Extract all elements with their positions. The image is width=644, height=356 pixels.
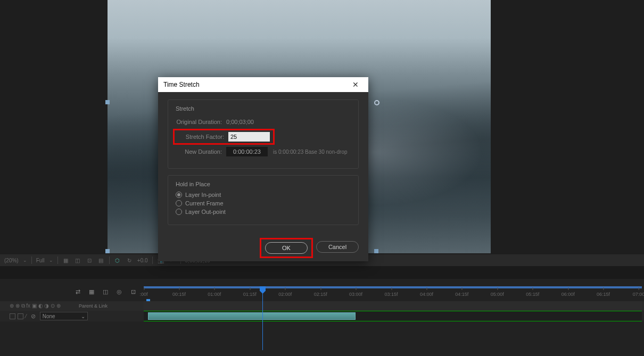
dialog-titlebar[interactable]: Time Stretch ✕	[158, 77, 368, 92]
ok-button[interactable]: OK	[265, 242, 308, 254]
channel-icon[interactable]: ▤	[97, 256, 105, 264]
stretch-group-label: Stretch	[176, 105, 351, 112]
time-ruler[interactable]: :00f00:15f01:00f01:15f02:00f02:15f03:00f…	[144, 286, 642, 301]
ruler-tick: 04:00f	[420, 292, 433, 297]
selection-handle[interactable]	[374, 249, 378, 253]
original-duration-value: 0;00;03;00	[226, 119, 254, 125]
ruler-tick: 00:15f	[172, 292, 186, 297]
layer-clip[interactable]	[148, 312, 356, 320]
playhead[interactable]	[262, 286, 263, 350]
radio-icon	[176, 209, 182, 215]
dialog-title-text: Time Stretch	[163, 81, 200, 88]
anchor-point-icon[interactable]	[374, 100, 379, 105]
stretch-group: Stretch Original Duration: 0;00;03;00 St…	[168, 100, 359, 169]
ruler-tick: 05:00f	[491, 292, 504, 297]
ruler-tick: 05:15f	[526, 292, 539, 297]
hold-in-place-group: Hold in Place Layer In-point Current Fra…	[168, 175, 359, 225]
zoom-dropdown[interactable]: (20%)	[4, 258, 19, 263]
ruler-tick: 01:00f	[208, 292, 221, 297]
ruler-tick: 03:00f	[349, 292, 362, 297]
grid-icon[interactable]: ▦	[62, 256, 70, 264]
timeline-panel: ⇄ ▦ ◫ ◎ ⊡ :00f00:15f01:00f01:15f02:00f02…	[0, 279, 644, 356]
parent-dropdown[interactable]: None	[40, 312, 88, 320]
new-duration-hint: is 0:00:00:23 Base 30 non-drop	[273, 149, 348, 155]
frame-blend-icon[interactable]: ▦	[87, 287, 96, 296]
exposure-value[interactable]: +0.0	[137, 258, 148, 263]
layer-row[interactable]: ∕ ⊘ None	[0, 311, 644, 321]
close-icon[interactable]: ✕	[348, 77, 363, 92]
timeline-header-row: ⊕ ⊗ ⧉ fx ▣ ◐ ◑ ⊙ ⊕ Parent & Link	[0, 301, 644, 311]
layer-switch[interactable]	[18, 313, 23, 319]
shy-icon[interactable]: ⇄	[73, 287, 82, 296]
ruler-tick: :00f	[139, 292, 147, 297]
new-duration-label: New Duration:	[176, 148, 226, 155]
layer-fx-icon[interactable]: ∕	[26, 313, 27, 319]
ruler-tick: 02:15f	[314, 292, 327, 297]
radio-icon	[176, 200, 182, 206]
layer-switch[interactable]	[10, 313, 15, 319]
mask-icon[interactable]: ◫	[74, 256, 81, 264]
work-area-bar[interactable]	[144, 286, 642, 288]
ruler-tick: 04:15f	[455, 292, 468, 297]
hold-group-label: Hold in Place	[176, 181, 351, 187]
parent-link-header: Parent & Link	[75, 303, 108, 309]
ruler-tick: 03:15f	[384, 292, 398, 297]
radio-layer-in[interactable]: Layer In-point	[176, 192, 351, 198]
stretch-factor-input[interactable]	[228, 132, 270, 142]
ruler-tick: 01:15f	[243, 292, 257, 297]
radio-icon	[176, 192, 182, 198]
ruler-tick: 07:00	[633, 292, 644, 297]
radio-current-frame[interactable]: Current Frame	[176, 200, 351, 206]
resolution-dropdown[interactable]: Full	[36, 258, 45, 263]
cancel-button[interactable]: Cancel	[316, 241, 359, 253]
radio-layer-out[interactable]: Layer Out-point	[176, 209, 351, 215]
ruler-tick: 02:00f	[278, 292, 292, 297]
motion-blur-icon[interactable]: ◫	[101, 287, 110, 296]
column-switches[interactable]: ⊕ ⊗ ⧉ fx ▣ ◐ ◑ ⊙ ⊕	[0, 303, 75, 309]
timeline-toolbar: ⇄ ▦ ◫ ◎ ⊡	[0, 284, 144, 299]
layer-track[interactable]	[144, 311, 642, 321]
reset-icon[interactable]: ↻	[126, 256, 133, 264]
link-icon[interactable]: ⊘	[31, 313, 36, 320]
graph-icon[interactable]: ◎	[115, 287, 123, 296]
stretch-factor-label: Stretch Factor:	[178, 134, 228, 140]
new-duration-input[interactable]	[226, 147, 268, 156]
selection-handle[interactable]	[105, 249, 110, 253]
snap-icon[interactable]: ⊡	[129, 287, 137, 296]
ruler-tick: 06:15f	[597, 292, 610, 297]
original-duration-label: Original Duration:	[176, 119, 226, 125]
color-icon[interactable]: ⬡	[114, 256, 121, 264]
toggle-icon[interactable]: ⊡	[86, 256, 93, 264]
time-stretch-dialog: Time Stretch ✕ Stretch Original Duration…	[158, 77, 368, 261]
ruler-tick: 06:00f	[562, 292, 575, 297]
selection-handle[interactable]	[105, 100, 110, 104]
